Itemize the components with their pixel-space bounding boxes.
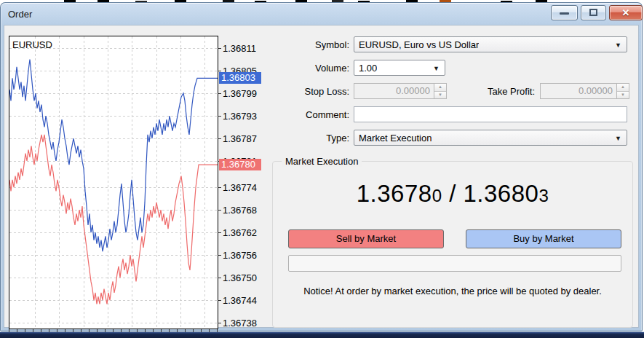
minimize-button[interactable] — [551, 5, 578, 20]
chevron-down-icon: ▼ — [433, 65, 440, 72]
bid-price-badge: 1.36780 — [219, 159, 261, 170]
order-dialog: Order ✕ EURUSD 1.368111.368051.367991.36… — [0, 2, 643, 331]
volume-select[interactable]: 1.00 ▼ — [354, 60, 445, 76]
dealer-notice: Notice! At order by market execution, th… — [273, 286, 632, 296]
volume-label: Volume: — [252, 63, 349, 74]
maximize-icon — [589, 9, 597, 16]
ask-line — [9, 60, 218, 252]
bid-ask-quote: 1.36780 / 1.36803 — [273, 180, 632, 208]
maximize-button[interactable] — [581, 5, 606, 20]
group-title: Market Execution — [282, 156, 362, 167]
close-button[interactable]: ✕ — [609, 5, 643, 20]
take-profit-label: Take Profit: — [437, 86, 535, 97]
background-window-strip — [0, 331, 644, 338]
dialog-body: EURUSD 1.368111.368051.367991.367931.367… — [4, 25, 639, 328]
comment-input[interactable] — [354, 106, 627, 122]
comment-label: Comment: — [252, 109, 349, 120]
close-icon: ✕ — [610, 7, 642, 18]
window-title: Order — [8, 9, 32, 20]
order-type-select[interactable]: Market Execution ▼ — [354, 130, 627, 146]
stop-loss-label: Stop Loss: — [252, 86, 349, 97]
symbol-value: EURUSD, Euro vs US Dollar — [359, 39, 479, 50]
price-axis-tick: 1.36774 — [223, 182, 265, 193]
take-profit-spin-down-icon: ▼ — [617, 92, 629, 99]
price-axis-tick: 1.36756 — [223, 250, 265, 261]
chevron-down-icon: ▼ — [615, 42, 621, 49]
price-axis-tick: 1.36768 — [223, 205, 265, 216]
price-axis-tick: 1.36738 — [223, 318, 265, 329]
bid-line — [9, 135, 218, 304]
tick-chart-canvas — [9, 36, 218, 329]
volume-value: 1.00 — [359, 63, 377, 74]
buy-by-market-button[interactable]: Buy by Market — [466, 229, 621, 248]
time-axis-ticks — [9, 329, 218, 332]
chart-symbol-label: EURUSD — [12, 39, 52, 50]
market-execution-group: Market Execution 1.36780 / 1.36803 Sell … — [272, 161, 633, 328]
take-profit-spin-up-icon: ▲ — [617, 84, 629, 92]
titlebar[interactable]: Order — [1, 3, 642, 25]
tick-chart — [9, 36, 218, 329]
take-profit-field: 0.00000 ▲ ▼ — [540, 83, 629, 99]
stop-loss-field: 0.00000 ▲ ▼ — [354, 83, 447, 99]
ask-price-badge: 1.36803 — [219, 72, 261, 84]
stop-loss-value: 0.00000 — [354, 84, 434, 98]
sell-by-market-button[interactable]: Sell by Market — [288, 229, 444, 248]
type-label: Type: — [252, 133, 349, 144]
chevron-down-icon: ▼ — [615, 135, 621, 142]
symbol-select[interactable]: EURUSD, Euro vs US Dollar ▼ — [354, 36, 627, 52]
take-profit-value: 0.00000 — [541, 84, 616, 98]
order-type-value: Market Execution — [359, 133, 432, 144]
execution-progress-bar — [288, 255, 621, 272]
price-axis-tick: 1.36762 — [223, 227, 265, 238]
minimize-icon — [560, 12, 569, 15]
price-axis-tick: 1.36744 — [223, 295, 265, 306]
symbol-label: Symbol: — [252, 39, 349, 50]
price-axis-tick: 1.36750 — [223, 272, 265, 283]
